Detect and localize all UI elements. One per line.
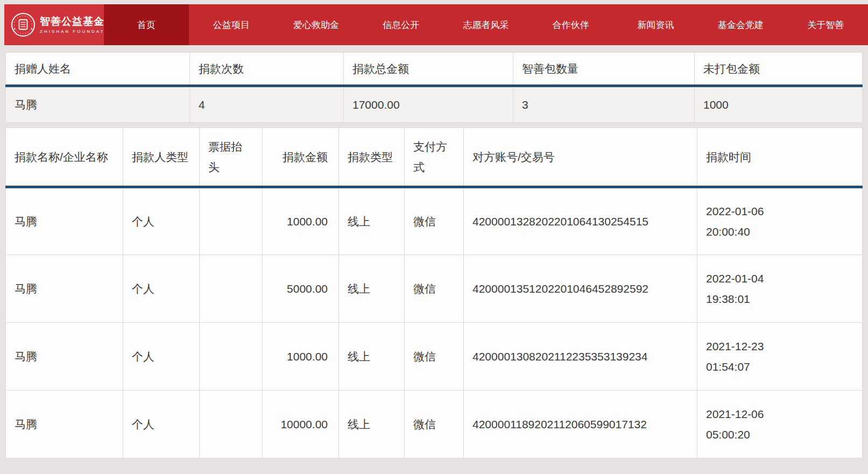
transaction-number: 4200001351202201046452892592	[464, 255, 697, 323]
donation-time: 2022-01-04 19:38:01	[697, 255, 863, 323]
donor-name: 马腾	[6, 391, 123, 458]
donation-row: 马腾 个人 5000.00 线上 微信 42000013512022010464…	[6, 255, 863, 323]
nav-item-projects[interactable]: 公益项目	[189, 4, 274, 45]
donation-type: 线上	[339, 323, 405, 391]
payment-method: 微信	[405, 187, 464, 255]
donor-name: 马腾	[6, 187, 123, 255]
donation-row: 马腾 个人 10000.00 线上 微信 4200001189202112060…	[6, 391, 863, 458]
summary-header-row: 捐赠人姓名 捐款次数 捐款总金额 智善包数量 未打包金额	[6, 53, 863, 86]
invoice-title	[200, 187, 263, 255]
donor-summary-table: 捐赠人姓名 捐款次数 捐款总金额 智善包数量 未打包金额 马腾 4 17000.…	[5, 52, 863, 123]
donation-time: 2021-12-06 05:00:20	[697, 391, 863, 458]
summary-header-donation-count: 捐款次数	[190, 53, 344, 86]
nav-item-volunteers[interactable]: 志愿者风采	[443, 4, 528, 45]
nav-menu: 首页 公益项目 爱心救助金 信息公开 志愿者风采 合作伙伴 新闻资讯 基金会党建…	[104, 4, 868, 45]
nav-item-news[interactable]: 新闻资讯	[613, 4, 698, 45]
foundation-seal-icon	[11, 12, 36, 37]
nav-item-relief-fund[interactable]: 爱心救助金	[274, 4, 359, 45]
donor-name: 马腾	[6, 323, 123, 391]
payment-method: 微信	[405, 391, 464, 458]
donation-amount: 10000.00	[263, 391, 339, 458]
donations-header-donor-type: 捐款人类型	[123, 128, 200, 187]
transaction-number: 4200001189202112060599017132	[464, 391, 697, 458]
nav-item-party-building[interactable]: 基金会党建	[698, 4, 783, 45]
donor-type: 个人	[123, 187, 200, 255]
donation-row: 马腾 个人 1000.00 线上 微信 42000013282022010641…	[6, 187, 863, 255]
donations-header-donation-type: 捐款类型	[339, 128, 405, 187]
nav-item-partners[interactable]: 合作伙伴	[528, 4, 613, 45]
summary-donation-count: 4	[190, 86, 344, 123]
payment-method: 微信	[405, 255, 464, 323]
donations-header-amount: 捐款金额	[263, 128, 339, 187]
donations-header-invoice-title: 票据抬头	[200, 128, 263, 187]
donation-type: 线上	[339, 187, 405, 255]
invoice-title	[200, 391, 263, 458]
donation-row: 马腾 个人 1000.00 线上 微信 42000013082021122353…	[6, 323, 863, 391]
nav-item-disclosure[interactable]: 信息公开	[358, 4, 443, 45]
summary-total-amount: 17000.00	[344, 86, 513, 123]
donations-header-row: 捐款名称/企业名称 捐款人类型 票据抬头 捐款金额 捐款类型 支付方式 对方账号…	[6, 128, 863, 187]
donor-type: 个人	[123, 255, 200, 323]
donation-time: 2021-12-23 01:54:07	[697, 323, 863, 391]
donations-header-donor-or-company: 捐款名称/企业名称	[6, 128, 123, 187]
invoice-title	[200, 323, 263, 391]
summary-header-package-count: 智善包数量	[513, 53, 695, 86]
donations-header-account-or-transaction: 对方账号/交易号	[464, 128, 697, 187]
donations-header-payment-method: 支付方式	[405, 128, 464, 187]
donation-time: 2022-01-06 20:00:40	[697, 187, 863, 255]
donation-amount: 1000.00	[263, 323, 339, 391]
donation-type: 线上	[339, 391, 405, 458]
foundation-logo[interactable]: 智善公益基金会 ZHISHAN FOUNDATION	[4, 4, 104, 45]
donation-amount: 5000.00	[263, 255, 339, 323]
summary-header-unpacked-amount: 未打包金额	[695, 53, 863, 86]
transaction-number: 4200001328202201064130254515	[464, 187, 697, 255]
donor-name: 马腾	[6, 255, 123, 323]
summary-package-count: 3	[513, 86, 695, 123]
payment-method: 微信	[405, 323, 464, 391]
donor-type: 个人	[123, 391, 200, 458]
summary-unpacked-amount: 1000	[695, 86, 863, 123]
invoice-title	[200, 255, 263, 323]
summary-header-total-amount: 捐款总金额	[344, 53, 513, 86]
donation-amount: 1000.00	[263, 187, 339, 255]
summary-header-donor-name: 捐赠人姓名	[6, 53, 190, 86]
nav-item-home[interactable]: 首页	[104, 4, 189, 45]
summary-donor-name: 马腾	[6, 86, 190, 123]
transaction-number: 4200001308202112235353139234	[464, 323, 697, 391]
donor-type: 个人	[123, 323, 200, 391]
donations-table: 捐款名称/企业名称 捐款人类型 票据抬头 捐款金额 捐款类型 支付方式 对方账号…	[5, 128, 863, 458]
donations-header-donation-time: 捐款时间	[697, 128, 863, 187]
summary-row: 马腾 4 17000.00 3 1000	[6, 86, 863, 123]
top-navbar: 智善公益基金会 ZHISHAN FOUNDATION 首页 公益项目 爱心救助金…	[4, 4, 868, 45]
nav-item-about[interactable]: 关于智善	[783, 4, 868, 45]
donation-type: 线上	[339, 255, 405, 323]
